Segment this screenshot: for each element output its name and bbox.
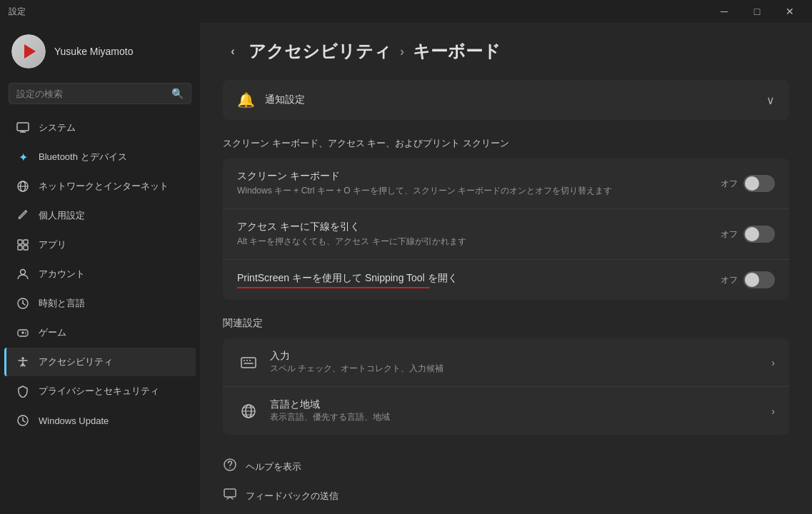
- access-key-text: アクセス キーに下線を引く Alt キーを押さなくても、アクセス キーに下線が引…: [237, 221, 466, 248]
- related-row-input[interactable]: 入力 スペル チェック、オートコレクト、入力候補 ›: [223, 338, 789, 387]
- sidebar-item-system[interactable]: システム: [4, 114, 196, 142]
- printscreen-toggle[interactable]: [743, 271, 775, 288]
- sidebar-item-windowsupdate[interactable]: Windows Update: [4, 406, 196, 435]
- related-row-language-left: 言語と地域 表示言語、優先する言語、地域: [237, 398, 390, 423]
- sidebar-item-personalization[interactable]: 個人用設定: [4, 201, 196, 230]
- printscreen-row: PrintScreen キーを使用して Snipping Tool を開く オフ: [223, 260, 789, 300]
- section-heading: スクリーン キーボード、アクセス キー、およびプリント スクリーン: [223, 137, 789, 150]
- main-layout: Yusuke Miyamoto 🔍 システム ✦ Bluetooth とデバイス: [0, 23, 812, 514]
- svg-point-19: [21, 357, 24, 360]
- printscreen-text: PrintScreen キーを使用して Snipping Tool を開く: [237, 272, 458, 288]
- sidebar-item-label-personalization: 個人用設定: [39, 209, 85, 222]
- screen-keyboard-toggle-label: オフ: [721, 178, 738, 190]
- sidebar-item-label-gaming: ゲーム: [39, 326, 66, 339]
- help-link[interactable]: ヘルプを表示: [223, 458, 789, 475]
- accessibility-icon: [16, 355, 30, 369]
- help-label: ヘルプを表示: [246, 460, 301, 473]
- printscreen-toggle-thumb: [745, 273, 759, 287]
- access-key-title: アクセス キーに下線を引く: [237, 221, 466, 233]
- close-button[interactable]: ✕: [773, 0, 806, 23]
- language-icon: [237, 400, 260, 423]
- svg-line-13: [23, 303, 25, 305]
- sidebar-item-label-apps: アプリ: [39, 238, 66, 251]
- sidebar-item-privacy[interactable]: プライバシーとセキュリティ: [4, 377, 196, 405]
- network-icon: [16, 179, 30, 193]
- sidebar-item-network[interactable]: ネットワークとインターネット: [4, 172, 196, 201]
- screen-keyboard-desc: Windows キー + Ctrl キー + O キーを押して、スクリーン キー…: [237, 185, 612, 197]
- time-icon: [16, 296, 30, 311]
- screen-keyboard-toggle[interactable]: [743, 175, 775, 192]
- search-input[interactable]: [16, 89, 166, 99]
- sidebar-nav: システム ✦ Bluetooth とデバイス ネットワークとインターネット 個人…: [0, 113, 200, 435]
- access-key-toggle-label: オフ: [721, 228, 738, 241]
- sidebar-item-time[interactable]: 時刻と言語: [4, 289, 196, 318]
- title-bar: 設定 ─ □ ✕: [0, 0, 812, 23]
- svg-point-10: [21, 270, 26, 275]
- access-key-desc: Alt キーを押さなくても、アクセス キーに下線が引かれます: [237, 236, 466, 248]
- avatar: [11, 34, 46, 69]
- sidebar-item-bluetooth[interactable]: ✦ Bluetooth とデバイス: [4, 143, 196, 171]
- related-row-language-title: 言語と地域: [270, 398, 390, 411]
- access-key-row: アクセス キーに下線を引く Alt キーを押さなくても、アクセス キーに下線が引…: [223, 209, 789, 260]
- notification-chevron-icon: ∨: [766, 94, 775, 107]
- gaming-icon: [16, 326, 30, 340]
- notification-label: 通知設定: [265, 94, 305, 106]
- printscreen-underline: [237, 287, 430, 288]
- access-key-toggle-wrap: オフ: [721, 226, 775, 243]
- related-row-input-title: 入力: [270, 350, 443, 363]
- breadcrumb: ‹ アクセシビリティ › キーボード: [223, 40, 789, 63]
- back-button[interactable]: ‹: [223, 41, 243, 61]
- system-icon: [16, 121, 30, 135]
- sidebar-item-label-bluetooth: Bluetooth とデバイス: [39, 151, 127, 163]
- sidebar-item-accessibility[interactable]: アクセシビリティ: [4, 348, 196, 376]
- feedback-link[interactable]: フィードバックの送信: [223, 487, 789, 505]
- notification-section[interactable]: 🔔 通知設定 ∨: [223, 80, 789, 120]
- screen-keyboard-row: スクリーン キーボード Windows キー + Ctrl キー + O キーを…: [223, 158, 789, 209]
- svg-point-32: [229, 468, 231, 469]
- related-row-language[interactable]: 言語と地域 表示言語、優先する言語、地域 ›: [223, 387, 789, 435]
- sidebar-item-label-accessibility: アクセシビリティ: [39, 356, 113, 368]
- sidebar-item-gaming[interactable]: ゲーム: [4, 318, 196, 347]
- user-profile[interactable]: Yusuke Miyamoto: [0, 23, 200, 83]
- screen-keyboard-text: スクリーン キーボード Windows キー + Ctrl キー + O キーを…: [237, 170, 612, 197]
- related-card: 入力 スペル チェック、オートコレクト、入力候補 › 言語と地域 表示言語、優先…: [223, 338, 789, 435]
- minimize-button[interactable]: ─: [708, 0, 741, 23]
- sidebar-item-label-time: 時刻と言語: [39, 297, 85, 310]
- svg-rect-7: [24, 240, 28, 244]
- svg-rect-9: [24, 246, 28, 250]
- svg-rect-8: [18, 246, 22, 250]
- sidebar-item-label-system: システム: [39, 121, 76, 134]
- apps-icon: [16, 238, 30, 252]
- screen-keyboard-title: スクリーン キーボード: [237, 170, 612, 183]
- printscreen-toggle-label: オフ: [721, 274, 738, 286]
- maximize-button[interactable]: □: [741, 0, 773, 23]
- personalization-icon: [16, 208, 30, 223]
- access-key-toggle[interactable]: [743, 226, 775, 243]
- footer-links: ヘルプを表示 フィードバックの送信: [223, 452, 789, 505]
- sidebar-item-label-windowsupdate: Windows Update: [39, 415, 109, 426]
- user-name: Yusuke Miyamoto: [54, 46, 134, 57]
- settings-card: スクリーン キーボード Windows キー + Ctrl キー + O キーを…: [223, 158, 789, 300]
- screen-keyboard-toggle-thumb: [745, 176, 759, 191]
- bluetooth-icon: ✦: [16, 150, 30, 164]
- title-bar-controls: ─ □ ✕: [708, 0, 806, 23]
- related-row-input-desc: スペル チェック、オートコレクト、入力候補: [270, 363, 443, 375]
- related-heading: 関連設定: [223, 317, 789, 330]
- printscreen-title: PrintScreen キーを使用して Snipping Tool を開く: [237, 272, 458, 285]
- breadcrumb-current: キーボード: [413, 40, 501, 63]
- screen-keyboard-toggle-wrap: オフ: [721, 175, 775, 192]
- sidebar-item-apps[interactable]: アプリ: [4, 231, 196, 259]
- svg-rect-0: [17, 123, 29, 131]
- breadcrumb-separator: ›: [400, 44, 404, 59]
- title-bar-title: 設定: [9, 6, 26, 18]
- privacy-icon: [16, 384, 30, 398]
- search-icon: 🔍: [171, 88, 184, 99]
- svg-point-17: [25, 332, 26, 333]
- avatar-play-icon: [24, 44, 36, 59]
- printscreen-toggle-wrap: オフ: [721, 271, 775, 288]
- feedback-label: フィードバックの送信: [246, 490, 339, 503]
- svg-rect-33: [224, 489, 236, 497]
- content-area: ‹ アクセシビリティ › キーボード 🔔 通知設定 ∨ スクリーン キーボード、…: [200, 23, 812, 514]
- sidebar-item-accounts[interactable]: アカウント: [4, 260, 196, 288]
- title-bar-left: 設定: [9, 6, 26, 18]
